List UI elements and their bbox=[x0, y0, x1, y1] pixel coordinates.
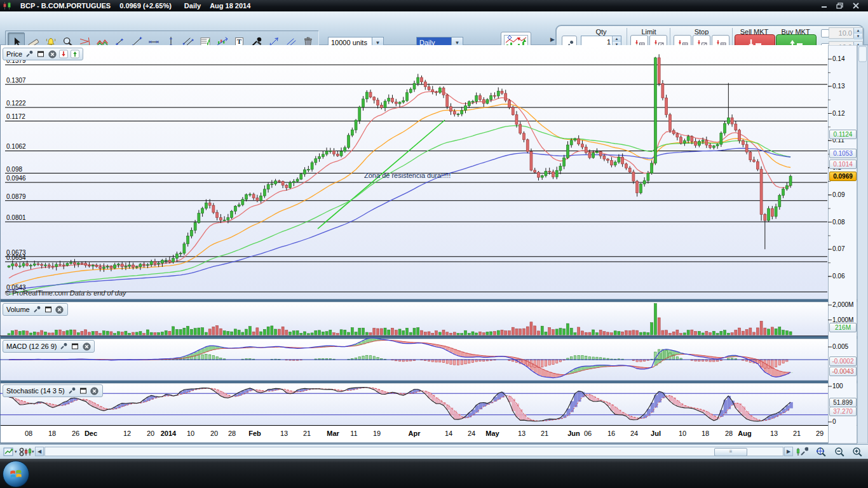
stochastic-panel-title: Stochastic (14 3 5) bbox=[6, 387, 65, 395]
last-price-badge: 0.0969 bbox=[829, 172, 857, 181]
level-label[interactable]: 0.1307 bbox=[6, 77, 26, 84]
x-axis-label: Feb bbox=[241, 430, 269, 437]
buy-order-icon[interactable] bbox=[71, 50, 79, 58]
ma-value-badge: 0.1014 bbox=[829, 159, 857, 169]
level-label[interactable]: 0.1222 bbox=[6, 100, 26, 107]
stop-loss-value: 10.0 bbox=[829, 29, 853, 37]
macd-value-badge: -0.0002 bbox=[829, 356, 857, 366]
spin-arrows[interactable]: ▲▼ bbox=[853, 28, 862, 38]
volume-panel-header: Volume bbox=[3, 303, 68, 316]
date-title: Aug 18 2014 bbox=[210, 2, 250, 10]
stochastic-axis-tick: 100 bbox=[832, 383, 843, 390]
price-axis-tick: 0.07 bbox=[832, 245, 844, 252]
level-label[interactable]: 0.098 bbox=[6, 166, 22, 173]
price-axis-tick: 0.13 bbox=[832, 83, 844, 90]
ma-value-badge: 0.1124 bbox=[829, 130, 857, 139]
level-label[interactable]: 0.0801 bbox=[6, 214, 26, 221]
last-price-title: 0.0969 (+2.65%) bbox=[119, 2, 172, 10]
stochastic-axis-tick: 0 bbox=[832, 418, 836, 425]
level-label[interactable]: 0.0879 bbox=[6, 193, 26, 200]
zoom-fit-icon[interactable] bbox=[815, 447, 829, 457]
zoom-out-icon[interactable] bbox=[834, 447, 846, 457]
volume-panel-title: Volume bbox=[6, 306, 30, 313]
ma-value-badge: 0.1053 bbox=[829, 149, 857, 158]
chart-shortcut-icon[interactable]: ▾ bbox=[3, 447, 17, 457]
horizontal-scrollbar[interactable]: ≡ bbox=[44, 447, 783, 456]
chart-annotation[interactable]: Zona de resistencia dura!!!!! bbox=[364, 172, 451, 179]
instrument-link-icon[interactable]: ▾ bbox=[19, 447, 34, 457]
restore-button[interactable] bbox=[834, 1, 845, 10]
symbol-title: BCP - B.COM.PORTUGUES bbox=[20, 2, 111, 10]
window-icon[interactable] bbox=[44, 305, 53, 314]
window-titlebar: BCP - B.COM.PORTUGUES 0.0969 (+2.65%) Da… bbox=[0, 0, 868, 11]
chart-settings-icon[interactable] bbox=[796, 447, 808, 457]
copyright-text: © ProRealTime.com bbox=[5, 289, 68, 297]
close-icon[interactable] bbox=[82, 342, 91, 351]
x-axis-label: Apr bbox=[400, 430, 428, 437]
minimize-button[interactable] bbox=[818, 1, 830, 10]
stochastic-value-badge: 51.899 bbox=[829, 398, 857, 407]
sell-order-icon[interactable] bbox=[59, 50, 68, 58]
main-toolbar: T 10000 units ▼ Daily ▼ ▶ Qty bbox=[0, 11, 868, 45]
price-axis-tick: 0.06 bbox=[832, 273, 844, 280]
scroll-left-button[interactable]: ◀ bbox=[35, 447, 44, 456]
price-panel-title: Price bbox=[6, 50, 22, 58]
watermark: © ProRealTime.com Data is end of day bbox=[5, 289, 126, 297]
x-axis-label: 21 bbox=[531, 430, 559, 437]
x-axis-label: 21 bbox=[293, 430, 321, 437]
x-axis-label: Dec bbox=[77, 430, 105, 437]
level-label[interactable]: 0.1172 bbox=[6, 113, 25, 120]
macd-value-badge: -0.0043 bbox=[829, 367, 857, 376]
stop-loss-value-stepper[interactable]: 10.0 ▲▼ bbox=[829, 27, 863, 39]
chart-status-bar: ▾ ▾ ◀ ≡ ▶ bbox=[0, 444, 868, 459]
macd-panel-header: MACD (12 26 9) bbox=[3, 340, 95, 353]
price-panel-header: Price bbox=[3, 48, 83, 60]
window-icon[interactable] bbox=[79, 386, 88, 395]
price-chart-canvas[interactable] bbox=[0, 45, 868, 444]
close-icon[interactable] bbox=[55, 305, 64, 314]
data-note-text: Data is end of day bbox=[70, 289, 126, 297]
level-label[interactable]: 0.0946 bbox=[6, 175, 26, 182]
x-axis-label: Jul bbox=[642, 430, 670, 437]
price-axis-tick: 0.08 bbox=[832, 219, 844, 226]
macd-panel-title: MACD (12 26 9) bbox=[6, 342, 57, 350]
scrollbar-thumb[interactable]: ≡ bbox=[714, 448, 747, 456]
windows-flag-icon bbox=[9, 467, 23, 481]
wrench-icon[interactable] bbox=[59, 342, 68, 351]
start-button[interactable] bbox=[3, 461, 29, 487]
candlestick-app-icon bbox=[3, 1, 11, 10]
chart-workspace: Zona de resistencia dura!!!!! © ProRealT… bbox=[0, 45, 868, 444]
x-axis-label: Aug bbox=[731, 430, 759, 437]
stochastic-value-badge: 37.270 bbox=[829, 407, 857, 416]
close-icon[interactable] bbox=[90, 386, 99, 395]
window-icon[interactable] bbox=[71, 342, 79, 351]
stochastic-panel-header: Stochastic (14 3 5) bbox=[3, 384, 103, 397]
svg-text:T: T bbox=[236, 37, 241, 45]
macd-axis-tick: 0.005 bbox=[832, 343, 848, 350]
level-label[interactable]: 0.0654 bbox=[6, 254, 26, 261]
volume-value-badge: 216M bbox=[829, 323, 857, 332]
price-axis-tick: 0.12 bbox=[832, 110, 844, 117]
zoom-in-icon[interactable] bbox=[851, 447, 864, 457]
timeframe-title: Daily bbox=[184, 2, 201, 10]
qty-label: Qty bbox=[580, 28, 623, 36]
volume-axis-tick: 1,000M bbox=[832, 316, 853, 323]
wrench-icon[interactable] bbox=[25, 50, 34, 58]
windows-taskbar: PT ▲ 22:30 18-08-2014 bbox=[0, 459, 868, 488]
collapse-panel-arrow-icon[interactable]: ▶ bbox=[550, 36, 555, 43]
x-axis-label: 19 bbox=[363, 430, 391, 437]
scroll-right-button[interactable]: ▶ bbox=[784, 447, 793, 456]
close-icon[interactable] bbox=[48, 50, 57, 58]
x-axis-label: May bbox=[478, 430, 506, 437]
price-axis-tick: 0.14 bbox=[832, 55, 844, 62]
wrench-icon[interactable] bbox=[32, 305, 41, 314]
x-axis-label: 29 bbox=[806, 430, 834, 437]
window-icon[interactable] bbox=[36, 50, 45, 58]
trading-application-window: BCP - B.COM.PORTUGUES 0.0969 (+2.65%) Da… bbox=[0, 0, 868, 488]
close-window-button[interactable] bbox=[850, 1, 862, 10]
wrench-icon[interactable] bbox=[67, 386, 76, 395]
level-label[interactable]: 0.1062 bbox=[6, 143, 26, 150]
price-axis-tick: 0.09 bbox=[832, 191, 844, 198]
volume-axis-tick: 2,000M bbox=[832, 301, 853, 308]
